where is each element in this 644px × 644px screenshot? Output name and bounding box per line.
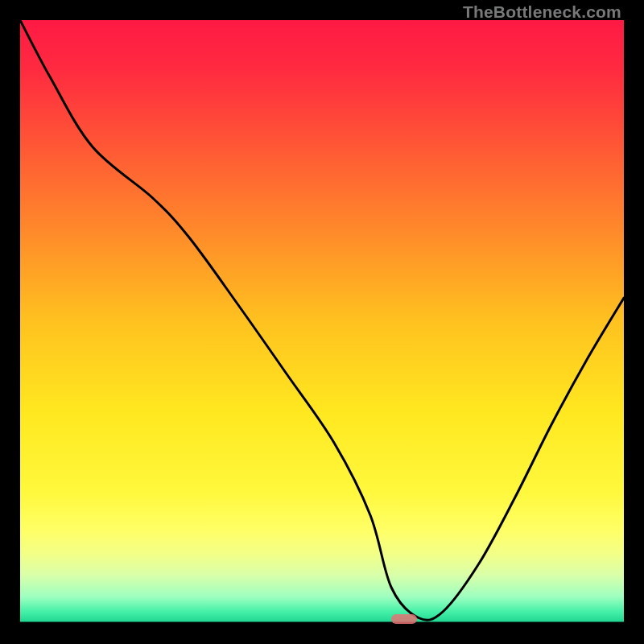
watermark-label: TheBottleneck.com	[463, 2, 621, 22]
plot-frame	[20, 20, 624, 624]
chart-curve	[20, 20, 624, 624]
optimum-marker	[391, 614, 417, 624]
